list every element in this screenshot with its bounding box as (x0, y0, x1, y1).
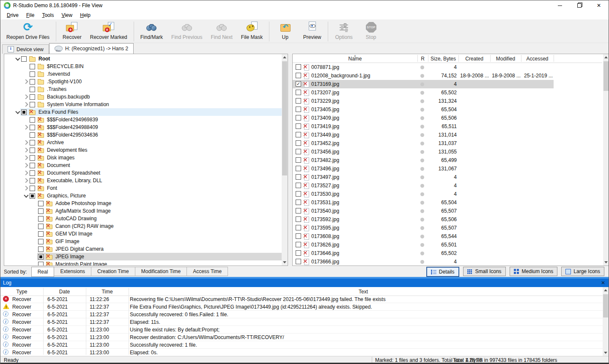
tree-item-folder4294988409[interactable]: $$$Folder4294988409 (4, 123, 282, 131)
file-row-0173452-jpg[interactable]: 0173452.jpg131,037 (293, 139, 602, 148)
tree-checkbox[interactable] (30, 102, 35, 107)
file-row-0173409-jpg[interactable]: 0173409.jpg65,506 (293, 114, 602, 122)
file-checkbox[interactable] (296, 225, 301, 230)
log-row[interactable]: Recover6-5-202111:23:00Elapsed: 0s. (0, 349, 603, 356)
tree-checkbox[interactable] (30, 186, 35, 191)
details-view-button[interactable]: Details (426, 267, 459, 277)
file-checkbox[interactable] (296, 81, 301, 87)
log-column-text[interactable]: Text (129, 289, 598, 295)
tree-checkbox[interactable] (30, 170, 35, 176)
file-checkbox[interactable] (296, 183, 301, 188)
reopen-drive-files-button[interactable]: Reopen Drive Files (2, 20, 54, 43)
large-icons-view-button[interactable]: Large Icons (561, 267, 604, 276)
tree-checkbox[interactable] (30, 155, 35, 161)
file-row-012008-background-1-jpg[interactable]: 012008_background-1.jpg74,15218-9-2008 .… (293, 71, 602, 80)
chevron-right-icon[interactable] (23, 178, 28, 183)
file-row-0173496-jpg[interactable]: 0173496.jpg131,067 (293, 164, 602, 173)
tree-item-spotlight-v100[interactable]: .Spotlight-V100 (4, 78, 282, 85)
recover-button[interactable]: Recover (58, 20, 86, 43)
log-close-icon[interactable] (601, 279, 605, 287)
file-checkbox[interactable] (296, 242, 301, 247)
tree-item-trashes[interactable]: .Trashes (4, 85, 282, 93)
tree-item-folder4295034636[interactable]: $$$Folder4295034636 (4, 131, 282, 139)
minimize-button[interactable] (550, 0, 570, 11)
column-header-name[interactable]: Name (293, 56, 417, 62)
tree-checkbox[interactable] (30, 87, 35, 92)
tree-checkbox[interactable] (38, 254, 44, 260)
recover-marked-button[interactable]: Recover Marked (86, 20, 132, 43)
log-scrollbar[interactable] (603, 287, 609, 356)
tree-checkbox[interactable] (30, 94, 35, 100)
tree-scroll-down-icon[interactable] (282, 259, 288, 265)
column-header-created[interactable]: Created (458, 56, 490, 62)
column-header-r[interactable]: R (417, 56, 428, 62)
tree-checkbox[interactable] (21, 109, 27, 115)
tree-item-backups-backupdb[interactable]: Backups.backupdb (4, 93, 282, 101)
preview-button[interactable]: Preview (299, 20, 326, 43)
menu-help[interactable]: Help (76, 11, 94, 19)
tree-item-fseventsd[interactable]: .fseventsd (4, 70, 282, 78)
tree-item-document[interactable]: Document (4, 161, 282, 169)
log-scroll-up-icon[interactable] (603, 287, 609, 293)
tree-checkbox[interactable] (21, 56, 27, 62)
tree-checkbox[interactable] (30, 193, 35, 199)
file-row-0173666-jpg[interactable]: 0173666.jpg4 (293, 257, 602, 265)
file-checkbox[interactable] (296, 115, 301, 120)
tab-h-recognized1-hans-2[interactable]: H: (Recognized1) -> Hans 2 (49, 43, 134, 54)
tree-item-folder4294969839[interactable]: $$$Folder4294969839 (4, 116, 282, 123)
file-checkbox[interactable] (296, 107, 301, 112)
tree-item-font[interactable]: Font (4, 184, 282, 192)
file-row-0173626-jpg[interactable]: 0173626.jpg65,501 (293, 241, 602, 249)
file-checkbox[interactable] (296, 73, 301, 78)
tree-item-system-volume-information[interactable]: System Volume Information (4, 101, 282, 108)
tree-checkbox[interactable] (30, 64, 35, 69)
file-checkbox[interactable] (296, 259, 301, 264)
tree-checkbox[interactable] (38, 208, 44, 214)
tree-item-root[interactable]: Root (4, 55, 282, 63)
tree-checkbox[interactable] (30, 178, 35, 183)
tree-checkbox[interactable] (30, 132, 35, 138)
file-checkbox[interactable] (296, 132, 301, 137)
tree-item-gif-image[interactable]: GIF Image (4, 238, 282, 245)
file-row-0173456-jpg[interactable]: 0173456.jpg131,055 (293, 148, 602, 156)
file-row-0173531-jpg[interactable]: 0173531.jpg65,504 (293, 198, 602, 207)
file-row-0173592-jpg[interactable]: 0173592.jpg65,506 (293, 215, 602, 224)
tree-checkbox[interactable] (38, 239, 44, 244)
file-checkbox[interactable] (296, 64, 301, 70)
file-row-0173405-jpg[interactable]: 0173405.jpg65,504 (293, 105, 602, 114)
tree-checkbox[interactable] (38, 201, 44, 206)
file-scroll-up-icon[interactable] (603, 54, 609, 60)
tree-scrollbar-thumb[interactable] (282, 61, 287, 175)
file-checkbox[interactable] (296, 200, 301, 205)
file-checkbox[interactable] (296, 216, 301, 222)
file-row-0173527-jpg[interactable]: 0173527.jpg4 (293, 181, 602, 190)
chevron-down-icon[interactable] (15, 109, 20, 114)
find-mark-button[interactable]: Find/Mark (136, 20, 167, 43)
log-row[interactable]: Recover6-5-202111:23:00Using file exist … (0, 326, 603, 334)
log-row[interactable]: Recover6-5-202111:22:26Recovering file C… (0, 296, 603, 303)
file-checkbox[interactable] (296, 140, 301, 146)
tree-checkbox[interactable] (38, 246, 44, 252)
file-row-0173169-jpg[interactable]: 0173169.jpg4 (293, 80, 602, 88)
file-checkbox[interactable] (296, 123, 301, 129)
file-checkbox[interactable] (296, 233, 301, 239)
menu-tools[interactable]: Tools (38, 11, 58, 19)
file-checkbox[interactable] (296, 157, 301, 163)
tree-item-agfa-matrix-scodl-image[interactable]: Agfa/Matrix Scodl Image (4, 207, 282, 215)
file-list-scrollbar[interactable] (603, 54, 609, 265)
file-checkbox[interactable] (296, 191, 301, 197)
file-row-0173530-jpg[interactable]: 0173530.jpg4 (293, 190, 602, 198)
close-button[interactable] (589, 0, 609, 11)
log-row[interactable]: Recover6-5-202111:22:37File Extra Found … (0, 303, 603, 311)
tree-item-recycle-bin[interactable]: $RECYCLE.BIN (4, 63, 282, 70)
log-scroll-down-icon[interactable] (603, 350, 609, 356)
up-button[interactable]: Up (272, 20, 299, 43)
file-row-0173229-jpg[interactable]: 0173229.jpg131,324 (293, 97, 602, 105)
file-row-0173497-jpg[interactable]: 0173497.jpg4 (293, 173, 602, 181)
chevron-right-icon[interactable] (23, 170, 28, 175)
tree-scrollbar[interactable] (282, 54, 288, 265)
file-row-0173540-jpg[interactable]: 0173540.jpg65,507 (293, 207, 602, 215)
chevron-down-icon[interactable] (15, 56, 20, 60)
file-row-0173646-jpg[interactable]: 0173646.jpg65,502 (293, 249, 602, 257)
tree-item-macintosh-paint-image[interactable]: Macintosh Paint Image (4, 260, 282, 265)
